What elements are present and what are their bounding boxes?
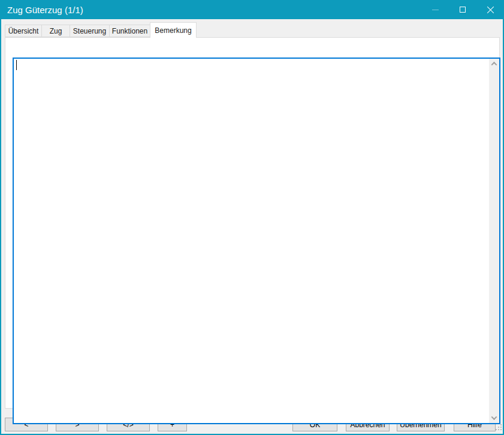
window-title: Zug Güterzug (1/1) — [7, 5, 83, 15]
tab-uebersicht[interactable]: Übersicht — [5, 25, 42, 37]
dialog-window: Zug Güterzug (1/1) Übersicht Zug Steueru… — [0, 0, 504, 435]
window-controls — [421, 0, 504, 19]
minimize-button[interactable] — [421, 0, 449, 19]
tab-page-bemerkung — [5, 37, 500, 409]
vertical-scrollbar[interactable] — [489, 59, 499, 423]
tab-bemerkung[interactable]: Bemerkung — [150, 22, 197, 38]
chevron-down-icon — [491, 414, 497, 420]
tab-zug[interactable]: Zug — [41, 25, 70, 37]
tab-strip: Übersicht Zug Steuerung Funktionen Bemer… — [5, 22, 197, 38]
chevron-up-icon — [491, 62, 497, 68]
dialog-client-area: Übersicht Zug Steuerung Funktionen Bemer… — [1, 19, 503, 434]
close-button[interactable] — [476, 0, 504, 19]
close-icon — [487, 6, 494, 14]
bemerkung-textarea[interactable] — [13, 58, 500, 424]
tab-steuerung[interactable]: Steuerung — [70, 25, 110, 37]
resize-grip[interactable] — [495, 424, 502, 431]
minimize-icon — [432, 10, 439, 10]
resize-grip-dots-icon — [496, 429, 497, 430]
scroll-down-button[interactable] — [489, 413, 499, 423]
text-caret — [16, 60, 17, 70]
tab-funktionen[interactable]: Funktionen — [109, 25, 150, 37]
maximize-button[interactable] — [449, 0, 476, 19]
maximize-icon — [460, 7, 466, 13]
titlebar[interactable]: Zug Güterzug (1/1) — [0, 0, 504, 19]
scroll-up-button[interactable] — [489, 59, 499, 69]
